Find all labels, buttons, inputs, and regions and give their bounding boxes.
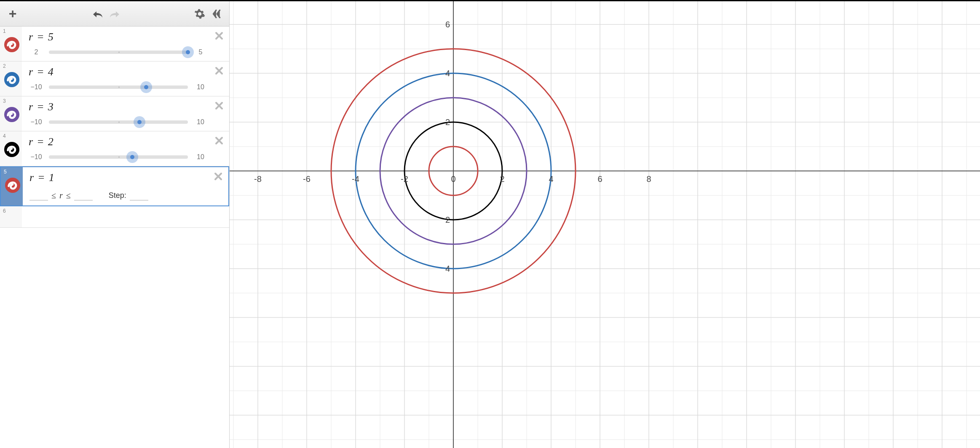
slider-thumb[interactable]: [182, 46, 194, 58]
expression-body[interactable]: r = 525: [22, 27, 229, 61]
svg-text:-8: -8: [254, 174, 262, 184]
svg-text:4: 4: [445, 69, 450, 78]
app-root: + 1 r = 5252 r = 4−10103 r = 3−10104: [0, 0, 980, 448]
slider-max[interactable]: 5: [193, 48, 208, 56]
expression-panel: + 1 r = 5252 r = 4−10103 r = 3−10104: [0, 1, 230, 448]
svg-text:6: 6: [597, 174, 602, 184]
toolbar: +: [0, 1, 229, 27]
collapse-panel-button[interactable]: [208, 5, 225, 22]
slider-row: −1010: [29, 118, 208, 126]
expression-formula[interactable]: r = 1: [29, 171, 207, 184]
slider-row: −1010: [29, 83, 208, 91]
delete-expression-button[interactable]: [213, 30, 225, 42]
expression-item[interactable]: 1 r = 525: [0, 27, 229, 61]
undo-button[interactable]: [89, 5, 106, 22]
svg-text:4: 4: [445, 264, 450, 273]
expression-body[interactable]: [22, 206, 229, 227]
redo-icon: [108, 9, 121, 19]
graph-canvas[interactable]: -8-6-4-20246824624: [230, 1, 980, 448]
expression-index: 6: [0, 206, 22, 227]
slider-max[interactable]: 10: [193, 153, 208, 161]
slider-max[interactable]: 10: [193, 83, 208, 91]
bounds-step-input[interactable]: [130, 191, 148, 200]
expression-body[interactable]: r = 2−1010: [22, 131, 229, 166]
bounds-lower-input[interactable]: [29, 191, 48, 200]
expression-body[interactable]: r = 3−1010: [22, 96, 229, 131]
step-label: Step:: [109, 191, 126, 200]
slider-min[interactable]: 2: [29, 48, 44, 56]
expression-index: 2: [0, 61, 22, 96]
slider-track[interactable]: [49, 85, 188, 89]
delete-expression-button[interactable]: [213, 65, 225, 77]
slider-row: −1010: [29, 153, 208, 161]
chevron-double-left-icon: [211, 8, 222, 19]
expression-item[interactable]: 4 r = 2−1010: [0, 131, 229, 166]
slider-thumb[interactable]: [126, 151, 138, 163]
svg-text:4: 4: [549, 174, 553, 184]
svg-text:2: 2: [445, 117, 450, 127]
expression-index: 3: [0, 96, 22, 131]
gear-icon: [194, 8, 205, 19]
svg-text:8: 8: [646, 174, 651, 184]
slider-thumb[interactable]: [140, 81, 152, 93]
svg-text:6: 6: [445, 20, 450, 29]
undo-icon: [91, 9, 104, 19]
slider-track[interactable]: [49, 120, 188, 124]
expression-formula[interactable]: r = 3: [29, 101, 208, 113]
expression-item[interactable]: 2 r = 4−1010: [0, 61, 229, 96]
slider-row: 25: [29, 48, 208, 56]
expression-color-icon[interactable]: [4, 37, 20, 53]
delete-expression-button[interactable]: [212, 171, 224, 182]
svg-text:-6: -6: [303, 174, 311, 184]
expression-formula[interactable]: r = 4: [29, 66, 208, 78]
svg-text:2: 2: [500, 174, 504, 184]
svg-text:0: 0: [451, 174, 455, 184]
expression-body[interactable]: r = 4−1010: [22, 61, 229, 96]
settings-button[interactable]: [191, 5, 208, 22]
expression-index: 1: [0, 27, 22, 61]
slider-min[interactable]: −10: [29, 153, 44, 161]
delete-expression-button[interactable]: [213, 100, 225, 112]
delete-expression-button[interactable]: [213, 135, 225, 147]
expression-color-icon[interactable]: [5, 177, 21, 193]
svg-text:-2: -2: [401, 174, 408, 184]
expression-item[interactable]: 5 r = 1≤r≤Step:: [0, 166, 229, 206]
svg-text:2: 2: [445, 215, 450, 224]
slider-thumb[interactable]: [134, 116, 145, 128]
expression-index: 4: [0, 131, 22, 166]
expression-color-icon[interactable]: [4, 72, 20, 88]
expression-list: 1 r = 5252 r = 4−10103 r = 3−10104 r = 2…: [0, 27, 229, 448]
bounds-upper-input[interactable]: [74, 191, 93, 200]
expression-formula[interactable]: r = 2: [29, 136, 208, 148]
expression-formula[interactable]: r = 5: [29, 31, 208, 43]
redo-button[interactable]: [106, 5, 123, 22]
expression-item[interactable]: 3 r = 3−1010: [0, 96, 229, 131]
slider-max[interactable]: 10: [193, 118, 208, 126]
slider-min[interactable]: −10: [29, 83, 44, 91]
add-expression-button[interactable]: +: [4, 5, 21, 22]
expression-color-icon[interactable]: [4, 141, 20, 157]
bounds-row: ≤r≤Step:: [29, 189, 207, 200]
expression-color-icon[interactable]: [4, 107, 20, 123]
slider-track[interactable]: [49, 155, 188, 159]
expression-item-empty[interactable]: 6: [0, 206, 229, 228]
expression-body[interactable]: r = 1≤r≤Step:: [23, 167, 228, 205]
expression-index: 5: [1, 167, 23, 205]
slider-track[interactable]: [49, 51, 188, 54]
slider-min[interactable]: −10: [29, 118, 44, 126]
svg-text:-4: -4: [352, 174, 359, 184]
